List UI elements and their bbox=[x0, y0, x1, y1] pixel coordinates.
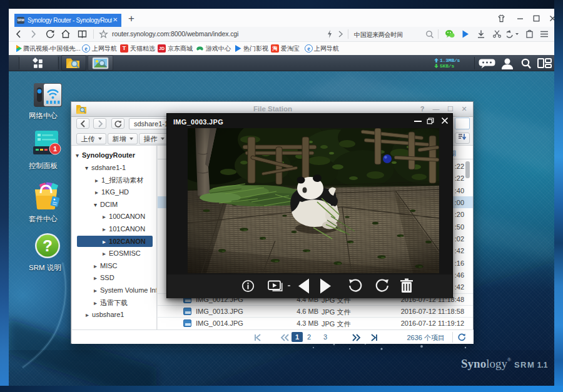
svg-text:1: 1 bbox=[53, 145, 57, 153]
svg-text:?: ? bbox=[43, 236, 53, 255]
